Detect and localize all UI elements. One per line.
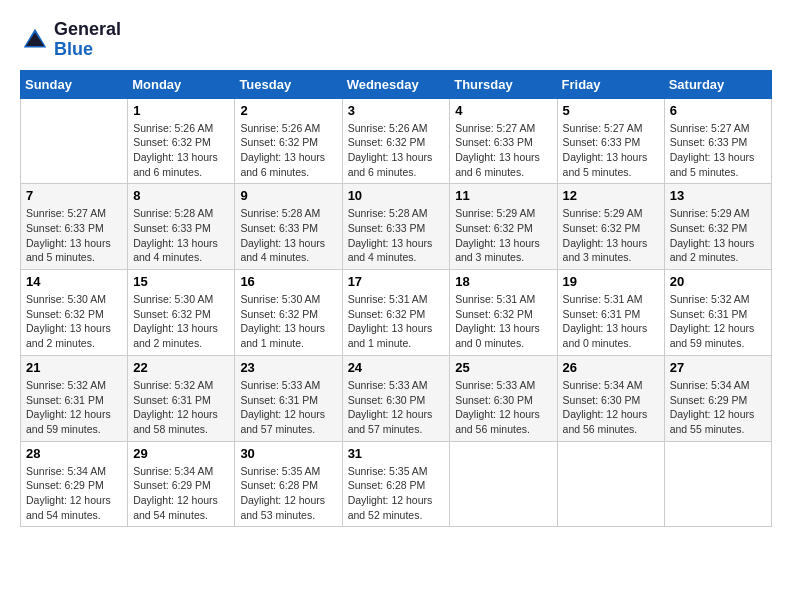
calendar-cell: 31Sunrise: 5:35 AMSunset: 6:28 PMDayligh… (342, 441, 450, 527)
weekday-header: Tuesday (235, 70, 342, 98)
calendar-cell (664, 441, 771, 527)
day-number: 14 (26, 274, 122, 289)
day-number: 16 (240, 274, 336, 289)
day-number: 27 (670, 360, 766, 375)
day-info: Sunrise: 5:31 AMSunset: 6:32 PMDaylight:… (348, 292, 445, 351)
day-info: Sunrise: 5:34 AMSunset: 6:29 PMDaylight:… (670, 378, 766, 437)
day-number: 2 (240, 103, 336, 118)
calendar-cell: 2Sunrise: 5:26 AMSunset: 6:32 PMDaylight… (235, 98, 342, 184)
calendar-cell (557, 441, 664, 527)
day-number: 28 (26, 446, 122, 461)
calendar-cell: 13Sunrise: 5:29 AMSunset: 6:32 PMDayligh… (664, 184, 771, 270)
calendar-cell: 5Sunrise: 5:27 AMSunset: 6:33 PMDaylight… (557, 98, 664, 184)
calendar-week-row: 28Sunrise: 5:34 AMSunset: 6:29 PMDayligh… (21, 441, 772, 527)
logo-icon (20, 25, 50, 55)
calendar-week-row: 1Sunrise: 5:26 AMSunset: 6:32 PMDaylight… (21, 98, 772, 184)
calendar-cell: 11Sunrise: 5:29 AMSunset: 6:32 PMDayligh… (450, 184, 557, 270)
calendar-cell: 28Sunrise: 5:34 AMSunset: 6:29 PMDayligh… (21, 441, 128, 527)
day-number: 5 (563, 103, 659, 118)
day-number: 18 (455, 274, 551, 289)
calendar-cell: 22Sunrise: 5:32 AMSunset: 6:31 PMDayligh… (128, 355, 235, 441)
calendar-cell: 14Sunrise: 5:30 AMSunset: 6:32 PMDayligh… (21, 270, 128, 356)
weekday-header: Thursday (450, 70, 557, 98)
day-number: 6 (670, 103, 766, 118)
day-info: Sunrise: 5:29 AMSunset: 6:32 PMDaylight:… (670, 206, 766, 265)
calendar-cell: 25Sunrise: 5:33 AMSunset: 6:30 PMDayligh… (450, 355, 557, 441)
calendar-cell: 10Sunrise: 5:28 AMSunset: 6:33 PMDayligh… (342, 184, 450, 270)
day-info: Sunrise: 5:27 AMSunset: 6:33 PMDaylight:… (455, 121, 551, 180)
calendar-week-row: 14Sunrise: 5:30 AMSunset: 6:32 PMDayligh… (21, 270, 772, 356)
day-info: Sunrise: 5:34 AMSunset: 6:29 PMDaylight:… (26, 464, 122, 523)
calendar-cell: 1Sunrise: 5:26 AMSunset: 6:32 PMDaylight… (128, 98, 235, 184)
calendar-cell: 15Sunrise: 5:30 AMSunset: 6:32 PMDayligh… (128, 270, 235, 356)
calendar-cell: 23Sunrise: 5:33 AMSunset: 6:31 PMDayligh… (235, 355, 342, 441)
calendar-table: SundayMondayTuesdayWednesdayThursdayFrid… (20, 70, 772, 528)
day-number: 7 (26, 188, 122, 203)
day-number: 3 (348, 103, 445, 118)
day-number: 22 (133, 360, 229, 375)
day-info: Sunrise: 5:35 AMSunset: 6:28 PMDaylight:… (240, 464, 336, 523)
day-info: Sunrise: 5:32 AMSunset: 6:31 PMDaylight:… (26, 378, 122, 437)
day-info: Sunrise: 5:35 AMSunset: 6:28 PMDaylight:… (348, 464, 445, 523)
calendar-cell: 17Sunrise: 5:31 AMSunset: 6:32 PMDayligh… (342, 270, 450, 356)
day-number: 13 (670, 188, 766, 203)
day-info: Sunrise: 5:30 AMSunset: 6:32 PMDaylight:… (133, 292, 229, 351)
weekday-header: Saturday (664, 70, 771, 98)
day-info: Sunrise: 5:29 AMSunset: 6:32 PMDaylight:… (455, 206, 551, 265)
day-number: 15 (133, 274, 229, 289)
calendar-cell: 20Sunrise: 5:32 AMSunset: 6:31 PMDayligh… (664, 270, 771, 356)
day-info: Sunrise: 5:32 AMSunset: 6:31 PMDaylight:… (133, 378, 229, 437)
day-info: Sunrise: 5:26 AMSunset: 6:32 PMDaylight:… (348, 121, 445, 180)
calendar-cell: 19Sunrise: 5:31 AMSunset: 6:31 PMDayligh… (557, 270, 664, 356)
weekday-header: Monday (128, 70, 235, 98)
day-number: 25 (455, 360, 551, 375)
calendar-cell: 3Sunrise: 5:26 AMSunset: 6:32 PMDaylight… (342, 98, 450, 184)
day-info: Sunrise: 5:28 AMSunset: 6:33 PMDaylight:… (348, 206, 445, 265)
day-number: 30 (240, 446, 336, 461)
day-number: 10 (348, 188, 445, 203)
calendar-cell: 29Sunrise: 5:34 AMSunset: 6:29 PMDayligh… (128, 441, 235, 527)
weekday-header: Friday (557, 70, 664, 98)
day-number: 20 (670, 274, 766, 289)
calendar-cell: 12Sunrise: 5:29 AMSunset: 6:32 PMDayligh… (557, 184, 664, 270)
logo: General Blue (20, 20, 121, 60)
day-number: 21 (26, 360, 122, 375)
calendar-cell (450, 441, 557, 527)
calendar-cell: 26Sunrise: 5:34 AMSunset: 6:30 PMDayligh… (557, 355, 664, 441)
day-info: Sunrise: 5:30 AMSunset: 6:32 PMDaylight:… (26, 292, 122, 351)
calendar-cell: 16Sunrise: 5:30 AMSunset: 6:32 PMDayligh… (235, 270, 342, 356)
day-info: Sunrise: 5:28 AMSunset: 6:33 PMDaylight:… (240, 206, 336, 265)
page-header: General Blue (20, 20, 772, 60)
day-info: Sunrise: 5:33 AMSunset: 6:31 PMDaylight:… (240, 378, 336, 437)
weekday-header: Wednesday (342, 70, 450, 98)
day-number: 29 (133, 446, 229, 461)
calendar-cell: 9Sunrise: 5:28 AMSunset: 6:33 PMDaylight… (235, 184, 342, 270)
day-info: Sunrise: 5:31 AMSunset: 6:32 PMDaylight:… (455, 292, 551, 351)
day-number: 1 (133, 103, 229, 118)
day-info: Sunrise: 5:27 AMSunset: 6:33 PMDaylight:… (670, 121, 766, 180)
day-info: Sunrise: 5:34 AMSunset: 6:29 PMDaylight:… (133, 464, 229, 523)
calendar-cell: 8Sunrise: 5:28 AMSunset: 6:33 PMDaylight… (128, 184, 235, 270)
day-number: 24 (348, 360, 445, 375)
calendar-cell (21, 98, 128, 184)
day-number: 17 (348, 274, 445, 289)
day-info: Sunrise: 5:26 AMSunset: 6:32 PMDaylight:… (240, 121, 336, 180)
day-number: 11 (455, 188, 551, 203)
day-info: Sunrise: 5:27 AMSunset: 6:33 PMDaylight:… (26, 206, 122, 265)
day-number: 26 (563, 360, 659, 375)
calendar-cell: 7Sunrise: 5:27 AMSunset: 6:33 PMDaylight… (21, 184, 128, 270)
day-number: 12 (563, 188, 659, 203)
calendar-week-row: 7Sunrise: 5:27 AMSunset: 6:33 PMDaylight… (21, 184, 772, 270)
day-info: Sunrise: 5:30 AMSunset: 6:32 PMDaylight:… (240, 292, 336, 351)
weekday-header: Sunday (21, 70, 128, 98)
logo-text: General Blue (54, 20, 121, 60)
day-number: 8 (133, 188, 229, 203)
calendar-cell: 24Sunrise: 5:33 AMSunset: 6:30 PMDayligh… (342, 355, 450, 441)
calendar-cell: 18Sunrise: 5:31 AMSunset: 6:32 PMDayligh… (450, 270, 557, 356)
day-info: Sunrise: 5:34 AMSunset: 6:30 PMDaylight:… (563, 378, 659, 437)
day-number: 19 (563, 274, 659, 289)
day-info: Sunrise: 5:32 AMSunset: 6:31 PMDaylight:… (670, 292, 766, 351)
weekday-header-row: SundayMondayTuesdayWednesdayThursdayFrid… (21, 70, 772, 98)
calendar-cell: 27Sunrise: 5:34 AMSunset: 6:29 PMDayligh… (664, 355, 771, 441)
day-info: Sunrise: 5:33 AMSunset: 6:30 PMDaylight:… (348, 378, 445, 437)
